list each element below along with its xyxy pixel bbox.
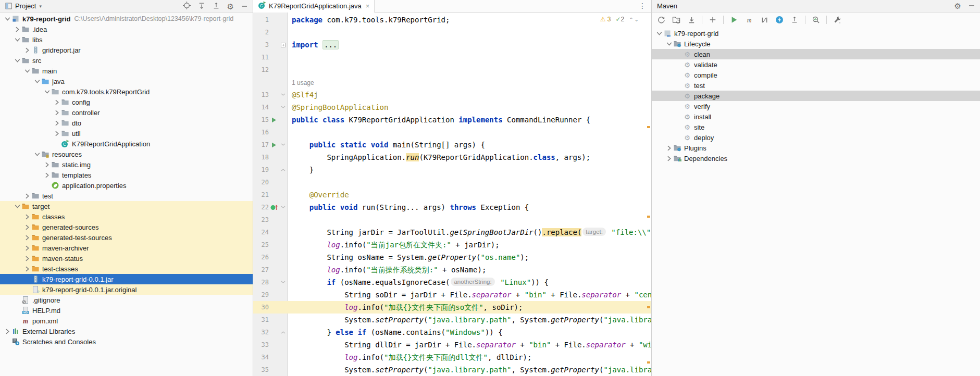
add-icon[interactable] <box>708 15 717 24</box>
maven-tree-item-plugins[interactable]: Plugins <box>652 143 980 153</box>
maven-tree-item-test[interactable]: ⚙test <box>652 80 980 91</box>
overriding-method-gutter-icon[interactable] <box>269 204 279 211</box>
chevron-expanded-icon[interactable] <box>33 77 41 85</box>
maven-tree-item-site[interactable]: ⚙site <box>652 122 980 132</box>
settings-icon[interactable]: ⚙ <box>227 3 234 10</box>
editor-options-icon[interactable]: ⋮ <box>639 2 646 10</box>
warnings-indicator[interactable]: ⚠ 3 <box>600 16 611 23</box>
chevron-expanded-icon[interactable] <box>13 56 21 65</box>
chevron-collapsed-icon[interactable] <box>13 25 21 33</box>
project-pane-title[interactable]: Project <box>15 2 36 10</box>
maven-tree-item-install[interactable]: ⚙install <box>652 111 980 122</box>
chevron-collapsed-icon[interactable] <box>3 327 11 335</box>
chevron-collapsed-icon[interactable] <box>665 154 673 162</box>
project-tree-item-idea[interactable]: .idea <box>0 24 253 34</box>
scrollbar-change-mark[interactable] <box>647 126 650 128</box>
chevron-collapsed-icon[interactable] <box>665 144 673 152</box>
maven-tree-item-clean[interactable]: ⚙clean <box>652 49 980 59</box>
maven-tree-item-deploy[interactable]: ⚙deploy <box>652 132 980 143</box>
project-tree-item-k79-report-grid-0-0-1-jar[interactable]: k79-report-grid-0.0.1.jar <box>0 274 253 284</box>
collapse-all-icon[interactable] <box>790 15 799 24</box>
chevron-collapsed-icon[interactable] <box>43 160 51 169</box>
offline-mode-icon[interactable] <box>775 15 784 24</box>
project-tree-item-util[interactable]: util <box>0 128 253 139</box>
scrollbar-change-mark[interactable] <box>647 361 650 364</box>
chevron-expanded-icon[interactable] <box>33 150 41 158</box>
run-icon[interactable] <box>729 15 739 24</box>
project-tree-item-generated-test-sources[interactable]: generated-test-sources <box>0 232 253 243</box>
profiles-icon[interactable] <box>811 15 821 24</box>
maven-tree-item-package[interactable]: ⚙package <box>652 91 980 101</box>
chevron-expanded-icon[interactable] <box>655 29 663 37</box>
project-tree-item-maven-status[interactable]: maven-status <box>0 253 253 264</box>
maven-tree-item-dependencies[interactable]: Dependencies <box>652 153 980 164</box>
project-tree-item-generated-sources[interactable]: generated-sources <box>0 222 253 232</box>
usages-hint[interactable]: 1 usage <box>292 79 314 86</box>
locate-icon[interactable] <box>183 2 191 9</box>
project-tree-item-src[interactable]: src <box>0 55 253 66</box>
project-tree-item-classes[interactable]: classes <box>0 211 253 222</box>
close-tab-icon[interactable]: × <box>366 2 370 10</box>
chevron-collapsed-icon[interactable] <box>23 265 31 273</box>
fold-marker-icon[interactable] <box>279 206 287 209</box>
chevron-collapsed-icon[interactable] <box>23 46 31 54</box>
maven-settings-icon[interactable] <box>833 15 842 24</box>
chevron-expanded-icon[interactable] <box>3 15 11 23</box>
fold-marker-icon[interactable] <box>279 143 287 146</box>
fold-marker-icon[interactable] <box>279 281 287 284</box>
chevron-expanded-icon[interactable] <box>13 35 21 44</box>
chevron-expanded-icon[interactable] <box>665 40 673 48</box>
fold-marker-icon[interactable] <box>279 93 287 96</box>
project-tree-item-maven-archiver[interactable]: maven-archiver <box>0 243 253 253</box>
chevron-expanded-icon[interactable] <box>13 202 21 210</box>
project-tree-item-java[interactable]: java <box>0 76 253 86</box>
execute-folder-icon[interactable] <box>672 15 681 24</box>
project-tree-item-k79-report-grid-0-0-1-jar-original[interactable]: ?k79-report-grid-0.0.1.jar.original <box>0 284 253 295</box>
hide-icon[interactable] <box>241 3 247 9</box>
chevron-collapsed-icon[interactable] <box>53 119 61 127</box>
project-tree-item-scratches-and-consoles[interactable]: Scratches and Consoles <box>0 336 253 347</box>
project-tree-item-static-img[interactable]: static.img <box>0 159 253 170</box>
maven-tree-item-lifecycle[interactable]: Lifecycle <box>652 39 980 49</box>
project-tree-item-resources[interactable]: resources <box>0 149 253 159</box>
folded-imports-placeholder[interactable]: ... <box>322 40 339 49</box>
project-tree-item-gridreport-jar[interactable]: gridreport.jar <box>0 45 253 55</box>
chevron-collapsed-icon[interactable] <box>53 129 61 137</box>
project-tree-item-dto[interactable]: dto <box>0 118 253 128</box>
chevron-expanded-icon[interactable] <box>23 67 31 75</box>
chevron-collapsed-icon[interactable] <box>43 171 51 179</box>
project-tree-item-test-classes[interactable]: test-classes <box>0 264 253 274</box>
fold-marker-icon[interactable] <box>279 106 287 109</box>
project-tree-item-help-md[interactable]: MDHELP.md <box>0 305 253 316</box>
prev-next-problem-icons[interactable]: ⌃⌄ <box>629 17 640 22</box>
project-tree-item-external-libraries[interactable]: External Libraries <box>0 326 253 336</box>
run-gutter-icon[interactable] <box>269 142 279 148</box>
project-tree-item-config[interactable]: config <box>0 97 253 107</box>
scrollbar-change-mark[interactable] <box>647 216 650 218</box>
editor-tab[interactable]: C K79ReportGridApplication.java × <box>253 0 375 12</box>
chevron-down-icon[interactable]: ▾ <box>39 4 42 9</box>
project-tree-item-k79reportgridapplication[interactable]: CK79ReportGridApplication <box>0 139 253 149</box>
code-editor[interactable]: 1package com.k79.tools.k79ReportGrid;23i… <box>253 12 651 376</box>
maven-tree-item-k79-report-grid[interactable]: mk79-report-grid <box>652 28 980 39</box>
settings-icon[interactable]: ⚙ <box>954 2 961 10</box>
chevron-collapsed-icon[interactable] <box>23 254 31 262</box>
collapse-all-icon[interactable] <box>213 2 220 9</box>
project-tree-item-controller[interactable]: controller <box>0 107 253 118</box>
project-tree-item-target[interactable]: target <box>0 201 253 211</box>
project-tree-item-k79-report-grid[interactable]: k79-report-gridC:\Users\Administrator\De… <box>0 14 253 24</box>
maven-tree-item-validate[interactable]: ⚙validate <box>652 59 980 70</box>
chevron-collapsed-icon[interactable] <box>23 192 31 200</box>
chevron-collapsed-icon[interactable] <box>23 212 31 221</box>
refresh-icon[interactable] <box>656 15 666 24</box>
skip-tests-icon[interactable] <box>760 15 769 24</box>
project-tree-item-main[interactable]: main <box>0 66 253 76</box>
project-tree-item-test[interactable]: test <box>0 191 253 201</box>
project-tree-item-libs[interactable]: libs <box>0 34 253 45</box>
scrollbar-change-mark[interactable] <box>647 306 650 308</box>
passed-indicator[interactable]: ✓2 <box>615 16 624 23</box>
chevron-collapsed-icon[interactable] <box>53 108 61 117</box>
project-tree-item-com-k79-tools-k79reportgrid[interactable]: com.k79.tools.k79ReportGrid <box>0 86 253 97</box>
chevron-collapsed-icon[interactable] <box>23 233 31 242</box>
chevron-collapsed-icon[interactable] <box>23 223 31 231</box>
